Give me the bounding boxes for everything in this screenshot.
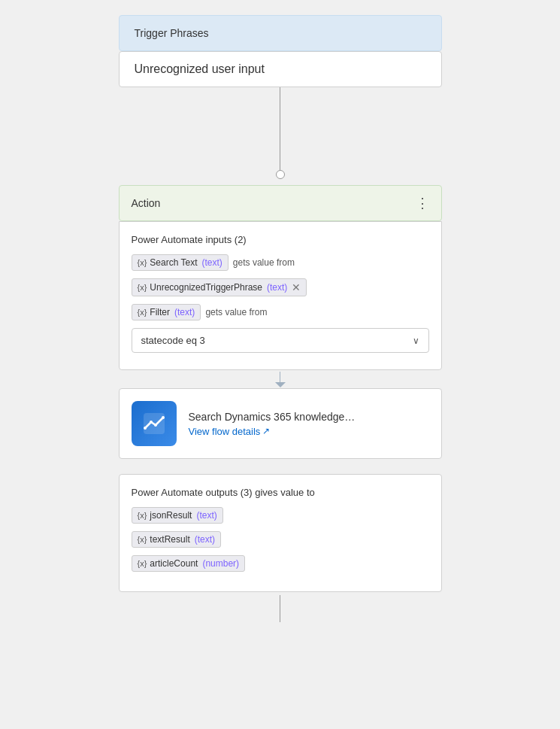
svg-point-4 (162, 416, 165, 419)
brace-icon-6: {x} (138, 559, 147, 568)
bottom-line (280, 595, 280, 622)
brace-icon-2: {x} (138, 283, 147, 292)
input-row-search-text: {x} Search Text (text) gets value from (132, 254, 429, 271)
connector-line (280, 87, 280, 170)
var-type-filter: (text) (174, 307, 195, 317)
brace-icon-1: {x} (138, 258, 147, 267)
var-type-trigger-phrase: (text) (267, 282, 287, 293)
output-row-text-result: {x} textResult (text) (132, 531, 429, 548)
input-row-filter: {x} Filter (text) gets value from (132, 304, 429, 320)
brace-icon-5: {x} (138, 535, 147, 544)
var-name-json-result: jsonResult (150, 510, 192, 521)
var-type-text-result: (text) (195, 534, 215, 545)
flow-name: Search Dynamics 365 knowledge… (189, 411, 356, 423)
phrase-text: Unrecognized user input (135, 62, 265, 75)
var-name-filter: Filter (150, 307, 170, 317)
bottom-connector (280, 592, 280, 622)
external-link-icon: ↗ (262, 426, 270, 436)
arrow-down-icon (275, 382, 286, 387)
inputs-section-title: Power Automate inputs (2) (132, 234, 429, 245)
view-flow-label: View flow details (189, 426, 261, 437)
action-label: Action (132, 197, 161, 209)
var-name-article-count: articleCount (150, 558, 198, 569)
statecode-dropdown[interactable]: statecode eq 3 ∨ (132, 328, 429, 353)
flow-card: Search Dynamics 365 knowledge… View flow… (119, 388, 442, 459)
var-badge-trigger-phrase: {x} UnrecognizedTriggerPhrase (text) ✕ (132, 278, 307, 296)
close-icon-trigger-phrase[interactable]: ✕ (292, 281, 301, 293)
brace-icon-3: {x} (138, 308, 147, 317)
connector-line-2 (280, 372, 280, 382)
phrase-block: Unrecognized user input (119, 51, 442, 87)
dropdown-row[interactable]: statecode eq 3 ∨ (132, 328, 429, 353)
action-menu-icon[interactable]: ⋮ (416, 195, 429, 211)
var-type-search-text: (text) (202, 257, 222, 268)
output-row-json-result: {x} jsonResult (text) (132, 507, 429, 524)
var-badge-article-count: {x} articleCount (number) (132, 555, 246, 572)
brace-icon-4: {x} (138, 511, 147, 520)
flow-logo-icon (141, 410, 168, 437)
connector-1 (276, 87, 285, 185)
svg-point-1 (144, 427, 147, 430)
var-name-search-text: Search Text (150, 257, 197, 268)
output-row-article-count: {x} articleCount (number) (132, 555, 429, 572)
var-badge-json-result: {x} jsonResult (text) (132, 507, 223, 524)
inputs-content-box: Power Automate inputs (2) {x} Search Tex… (119, 221, 442, 370)
flow-info: Search Dynamics 365 knowledge… View flow… (189, 411, 356, 437)
var-name-text-result: textResult (150, 534, 189, 545)
gets-value-filter: gets value from (205, 307, 267, 317)
canvas: Trigger Phrases Unrecognized user input … (0, 15, 560, 714)
svg-point-2 (150, 421, 153, 424)
flow-icon (132, 401, 177, 446)
input-row-trigger-phrase: {x} UnrecognizedTriggerPhrase (text) ✕ (132, 278, 429, 296)
var-badge-search-text: {x} Search Text (text) (132, 254, 229, 271)
connector-circle (276, 170, 285, 179)
dropdown-value: statecode eq 3 (141, 335, 205, 346)
var-badge-filter: {x} Filter (text) (132, 304, 201, 320)
action-block: Action ⋮ (119, 185, 442, 221)
var-type-article-count: (number) (202, 558, 239, 569)
trigger-label: Trigger Phrases (135, 27, 209, 39)
connector-arrow-1 (275, 370, 286, 388)
view-flow-details-link[interactable]: View flow details ↗ (189, 426, 356, 437)
gets-value-1: gets value from (233, 257, 295, 268)
svg-point-3 (154, 424, 157, 427)
trigger-block: Trigger Phrases (119, 15, 442, 51)
var-name-trigger-phrase: UnrecognizedTriggerPhrase (150, 282, 262, 293)
chevron-down-icon: ∨ (413, 336, 419, 346)
outputs-section-title: Power Automate outputs (3) gives value t… (132, 487, 429, 498)
outputs-box: Power Automate outputs (3) gives value t… (119, 474, 442, 592)
var-type-json-result: (text) (196, 510, 216, 521)
var-badge-text-result: {x} textResult (text) (132, 531, 222, 548)
